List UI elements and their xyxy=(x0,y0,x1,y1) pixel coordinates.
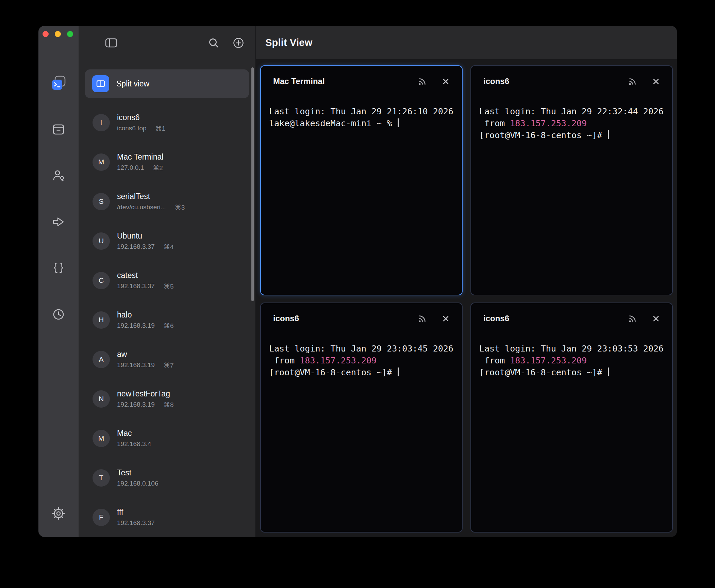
host-subtitle: 192.168.3.19 xyxy=(117,322,155,330)
terminal-hosts-icon[interactable] xyxy=(49,74,68,92)
host-list-item[interactable]: F fff 192.168.3.37 xyxy=(79,497,255,537)
host-title: catest xyxy=(117,271,174,280)
terminal-pane[interactable]: icons6 Last login: Thu Jan 29 22 xyxy=(470,65,673,295)
rail-icon-stack xyxy=(49,74,68,324)
close-pane-icon[interactable] xyxy=(441,314,450,323)
pane-title: icons6 xyxy=(483,77,628,86)
terminal-cursor xyxy=(398,118,399,127)
terminal-line: [root@VM-16-8-centos ~]# xyxy=(479,129,666,141)
host-list-item[interactable]: M Mac Terminal 127.0.0.1 ⌘2 xyxy=(79,142,255,182)
search-icon[interactable] xyxy=(206,36,221,50)
host-list-item[interactable]: A aw 192.168.3.19 ⌘7 xyxy=(79,340,255,379)
port-forward-icon[interactable] xyxy=(49,213,68,231)
host-meta: Test 192.168.0.106 xyxy=(117,468,167,487)
host-list-item[interactable]: T Test 192.168.0.106 xyxy=(79,458,255,497)
zoom-window-button[interactable] xyxy=(67,31,73,37)
terminal-line: from 183.157.253.209 xyxy=(269,355,456,366)
sidebar-scrollbar[interactable] xyxy=(251,67,254,301)
host-avatar: U xyxy=(93,232,110,250)
history-icon[interactable] xyxy=(49,305,68,324)
terminal-line: [root@VM-16-8-centos ~]# xyxy=(479,366,666,378)
host-title: halo xyxy=(117,310,174,320)
toolbar-right xyxy=(206,36,246,50)
terminal-text: Last login: Thu Jan 29 23:03:45 2026 xyxy=(269,344,453,354)
pane-grid: Mac Terminal Last login: Thu Jan xyxy=(256,59,677,537)
containers-icon[interactable] xyxy=(49,120,68,138)
host-sub-row: 192.168.3.19 ⌘8 xyxy=(117,401,174,409)
terminal-line: Last login: Thu Jan 29 23:03:53 2026 xyxy=(479,343,666,355)
terminal-screen[interactable]: Last login: Thu Jan 29 21:26:10 2026lake… xyxy=(261,97,462,295)
host-avatar-initial: U xyxy=(99,237,104,245)
settings-gear-icon[interactable] xyxy=(49,504,68,523)
rail-bottom xyxy=(38,504,79,523)
host-sub-row: 192.168.3.37 xyxy=(117,519,164,527)
terminal-text: [root@VM-16-8-centos ~]# xyxy=(269,368,397,377)
snippets-icon[interactable] xyxy=(49,259,68,277)
terminal-text: from xyxy=(269,356,300,365)
host-meta: catest 192.168.3.37 ⌘5 xyxy=(117,271,174,290)
host-list-item[interactable]: C catest 192.168.3.37 ⌘5 xyxy=(79,261,255,300)
activity-rail xyxy=(38,26,79,537)
host-list-item[interactable]: S serialTest /dev/cu.usbseri... ⌘3 xyxy=(79,182,255,221)
host-title: Ubuntu xyxy=(117,231,174,241)
terminal-text: Last login: Thu Jan 29 21:26:10 2026 xyxy=(269,107,453,116)
sidebar: Split view I icons6 icons6.top ⌘1 M Mac … xyxy=(79,26,255,537)
sidebar-toggle-icon[interactable] xyxy=(104,36,118,50)
terminal-screen[interactable]: Last login: Thu Jan 29 23:03:45 2026 fro… xyxy=(261,334,462,532)
host-avatar: N xyxy=(93,390,110,408)
host-avatar: I xyxy=(93,114,110,131)
sidebar-toolbar xyxy=(79,26,255,60)
host-title: Mac Terminal xyxy=(117,152,163,162)
host-shortcut: ⌘4 xyxy=(164,243,174,251)
host-subtitle: 192.168.0.106 xyxy=(117,480,159,487)
host-sub-row: 192.168.0.106 xyxy=(117,480,167,487)
host-avatar-initial: S xyxy=(99,197,103,206)
pane-actions xyxy=(628,314,661,323)
host-list-item[interactable]: I icons6 icons6.top ⌘1 xyxy=(79,103,255,142)
broadcast-icon[interactable] xyxy=(628,77,637,86)
host-list: I icons6 icons6.top ⌘1 M Mac Terminal 12… xyxy=(79,103,255,537)
host-list-item[interactable]: M Mac 192.168.3.4 xyxy=(79,419,255,458)
broadcast-icon[interactable] xyxy=(418,77,427,86)
terminal-line: from 183.157.253.209 xyxy=(479,117,666,129)
minimize-window-button[interactable] xyxy=(55,31,61,37)
terminal-screen[interactable]: Last login: Thu Jan 29 23:03:53 2026 fro… xyxy=(471,334,672,532)
broadcast-icon[interactable] xyxy=(628,314,637,323)
page-title: Split View xyxy=(265,37,312,48)
pane-header: icons6 xyxy=(261,303,462,334)
terminal-pane[interactable]: Mac Terminal Last login: Thu Jan xyxy=(260,65,463,295)
terminal-text-highlight: 183.157.253.209 xyxy=(510,118,587,128)
pane-title: Mac Terminal xyxy=(273,77,418,86)
terminal-line: Last login: Thu Jan 29 23:03:45 2026 xyxy=(269,343,456,355)
terminal-line: Last login: Thu Jan 29 21:26:10 2026 xyxy=(269,105,456,117)
terminal-cursor xyxy=(608,130,609,139)
host-meta: halo 192.168.3.19 ⌘6 xyxy=(117,310,174,330)
host-title: serialTest xyxy=(117,192,185,201)
host-avatar-initial: F xyxy=(99,513,103,521)
terminal-screen[interactable]: Last login: Thu Jan 29 22:32:44 2026 fro… xyxy=(471,97,672,295)
pane-header: icons6 xyxy=(471,303,672,334)
terminal-line: Last login: Thu Jan 29 22:32:44 2026 xyxy=(479,105,666,117)
host-meta: icons6 icons6.top ⌘1 xyxy=(117,113,165,132)
terminal-text: [root@VM-16-8-centos ~]# xyxy=(479,130,607,140)
host-shortcut: ⌘5 xyxy=(164,282,174,290)
add-icon[interactable] xyxy=(231,36,246,50)
host-avatar: F xyxy=(93,509,110,526)
close-pane-icon[interactable] xyxy=(651,314,661,323)
keychain-icon[interactable] xyxy=(49,166,68,185)
host-shortcut: ⌘1 xyxy=(155,125,166,132)
host-avatar: S xyxy=(93,193,110,210)
terminal-text: from xyxy=(479,118,510,128)
host-list-item[interactable]: H halo 192.168.3.19 ⌘6 xyxy=(79,300,255,340)
sidebar-item-split-view[interactable]: Split view xyxy=(85,69,249,98)
terminal-pane[interactable]: icons6 Last login: Thu Jan 29 23 xyxy=(470,303,673,533)
terminal-text-highlight: 183.157.253.209 xyxy=(300,356,377,365)
pane-title: icons6 xyxy=(273,314,418,323)
host-list-item[interactable]: U Ubuntu 192.168.3.37 ⌘4 xyxy=(79,221,255,261)
close-pane-icon[interactable] xyxy=(441,77,450,86)
host-list-item[interactable]: N newTestForTag 192.168.3.19 ⌘8 xyxy=(79,379,255,419)
close-pane-icon[interactable] xyxy=(651,77,661,86)
broadcast-icon[interactable] xyxy=(418,314,427,323)
close-window-button[interactable] xyxy=(43,31,49,37)
terminal-pane[interactable]: icons6 Last login: Thu Jan 29 23 xyxy=(260,303,463,533)
